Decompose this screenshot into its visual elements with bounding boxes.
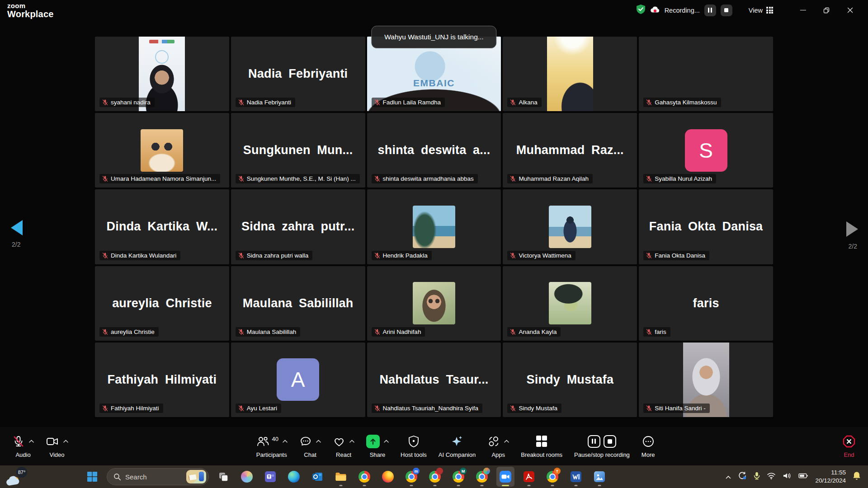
tray-wifi-icon[interactable] (767, 472, 776, 481)
participant-name-label: Fathiyah Hilmiyati (99, 404, 163, 413)
participant-tile[interactable]: Fania Okta DanisaFania Okta Danisa (639, 189, 773, 264)
apps-button[interactable]: Apps (481, 429, 515, 464)
chrome-profile-T-icon[interactable]: T (543, 467, 561, 487)
security-shield-icon[interactable] (636, 4, 646, 16)
participant-tile[interactable]: shinta deswita a...shinta deswita armadh… (367, 113, 501, 188)
participant-tile[interactable]: aureylia Christieaureylia Christie (95, 266, 229, 341)
share-button[interactable]: Share (360, 429, 395, 464)
breakout-rooms-button[interactable]: Breakout rooms (515, 429, 568, 464)
ai-companion-button[interactable]: AI Companion (433, 429, 481, 464)
participant-avatar-photo (413, 282, 455, 324)
notification-bell-icon[interactable] (853, 471, 861, 482)
chrome-profile-avatar-icon[interactable] (426, 467, 444, 487)
participant-name-label: Maulana Sabilillah (236, 327, 301, 337)
file-explorer-app-icon[interactable] (332, 467, 350, 487)
edge-app-icon[interactable] (285, 467, 303, 487)
chrome-profile-m-icon[interactable]: m (402, 467, 420, 487)
search-icon (113, 473, 121, 481)
participant-tile[interactable]: Sidna zahra putr...Sidna zahra putri wal… (231, 189, 365, 264)
participant-tile[interactable]: Nadia FebriyantiNadia Febriyanti (231, 37, 365, 111)
more-button[interactable]: More (636, 429, 661, 464)
chrome-app-icon[interactable] (355, 467, 373, 487)
restore-button[interactable] (815, 1, 838, 19)
participants-count: 40 (272, 435, 278, 442)
stop-recording-icon[interactable] (604, 435, 616, 448)
participant-tile[interactable]: Siti Hanifa Sandri - (639, 343, 773, 417)
logo-zoom-text: zoom (7, 2, 54, 9)
participant-tile[interactable]: Muhammad Raz...Muhammad Razan Aqilah (503, 113, 637, 188)
participant-name-label: Siti Hanifa Sandri - (643, 404, 710, 413)
tray-sync-icon[interactable] (738, 472, 747, 482)
tray-expand-chevron-icon[interactable] (726, 473, 731, 481)
end-meeting-button[interactable]: End (836, 429, 862, 464)
muted-mic-icon (374, 252, 381, 259)
participant-tile[interactable]: Ananda Kayla (503, 266, 637, 341)
close-button[interactable] (838, 1, 862, 19)
windows-logo-icon (87, 471, 98, 482)
chrome-profile-color-icon[interactable] (473, 467, 491, 487)
participant-tile[interactable]: Maulana SabilillahMaulana Sabilillah (231, 266, 365, 341)
participant-tile[interactable]: Alkana (503, 37, 637, 111)
participant-tile[interactable]: AAyu Lestari (231, 343, 365, 417)
chat-button[interactable]: Chat (293, 429, 327, 464)
participant-tile[interactable]: Dinda Kartika W...Dinda Kartika Wulandar… (95, 189, 229, 264)
participants-button[interactable]: 40 Participants (250, 429, 293, 464)
tray-microphone-icon[interactable] (754, 472, 760, 482)
word-app-icon[interactable] (567, 467, 585, 487)
taskbar-search-box[interactable]: Search (107, 468, 209, 485)
participant-name-label: Sidna zahra putri walla (236, 251, 313, 260)
muted-mic-icon (509, 328, 516, 335)
view-button[interactable]: View (749, 7, 773, 14)
firefox-app-icon[interactable] (379, 467, 397, 487)
acrobat-app-icon[interactable] (520, 467, 538, 487)
participant-display-name: shinta deswita a... (374, 143, 494, 157)
tray-battery-icon[interactable] (798, 473, 808, 481)
participant-name-label: Syabilla Nurul Azizah (643, 174, 716, 183)
outlook-app-icon[interactable] (308, 467, 326, 487)
participant-tile[interactable]: Hendrik Padakla (367, 189, 501, 264)
participant-tile[interactable]: Victorya Wattimena (503, 189, 637, 264)
more-ellipsis-icon (642, 435, 655, 448)
chevron-up-icon (384, 440, 389, 443)
participant-tile[interactable]: farisfaris (639, 266, 773, 341)
audio-button[interactable]: Audio (6, 429, 40, 464)
muted-mic-icon (509, 99, 516, 106)
teams-app-icon[interactable] (261, 467, 279, 487)
participants-icon (256, 436, 269, 447)
meeting-toolbar: Audio Video 40 Participants Chat React (0, 427, 868, 465)
photos-app-icon[interactable] (590, 467, 609, 487)
weather-widget[interactable]: 87° (5, 467, 34, 487)
participant-tile[interactable]: Sungkunen Mun...Sungkunen Munthe, S.E., … (231, 113, 365, 188)
participant-tile[interactable]: Umara Hadamean Namora Simanjun... (95, 113, 229, 188)
next-page-arrow[interactable] (846, 221, 858, 237)
react-button[interactable]: React (327, 429, 360, 464)
participant-tile[interactable]: Gahasyta Kilmaskossu (639, 37, 773, 111)
pause-stop-recording-button[interactable]: Pause/stop recording (568, 429, 636, 464)
stop-recording-button[interactable] (721, 5, 732, 16)
chrome-profile-M-icon[interactable]: M (449, 467, 467, 487)
search-daily-image[interactable] (186, 470, 206, 483)
participant-tile[interactable]: syahani nadira (95, 37, 229, 111)
host-tools-button[interactable]: Host tools (395, 429, 433, 464)
minimize-button[interactable] (791, 1, 815, 19)
recording-status-text: Recording... (665, 7, 700, 14)
participant-avatar-photo (549, 282, 591, 324)
copilot-app-icon[interactable] (238, 467, 256, 487)
participant-tile[interactable]: Arini Nadhifah (367, 266, 501, 341)
pause-recording-icon[interactable] (588, 435, 600, 448)
participant-tile[interactable]: Sindy MustafaSindy Mustafa (503, 343, 637, 417)
video-button[interactable]: Video (40, 429, 74, 464)
start-button[interactable] (83, 467, 101, 487)
zoom-app-icon[interactable] (496, 467, 514, 487)
muted-mic-icon (102, 405, 108, 412)
previous-page-arrow[interactable] (11, 220, 23, 235)
participant-tile[interactable]: Fathiyah HilmiyatiFathiyah Hilmiyati (95, 343, 229, 417)
participant-tile[interactable]: Nahdlatus Tsaur...Nahdlatus Tsauriah_Nan… (367, 343, 501, 417)
pause-recording-button[interactable] (704, 5, 716, 16)
tray-speaker-icon[interactable] (783, 472, 792, 481)
participant-tile[interactable]: SSyabilla Nurul Azizah (639, 113, 773, 188)
participant-name-label: Hendrik Padakla (372, 251, 432, 260)
taskbar-clock[interactable]: 11:55 20/12/2024 (815, 469, 846, 484)
participant-name-label: Ayu Lestari (236, 404, 281, 413)
task-view-button[interactable] (214, 467, 232, 487)
